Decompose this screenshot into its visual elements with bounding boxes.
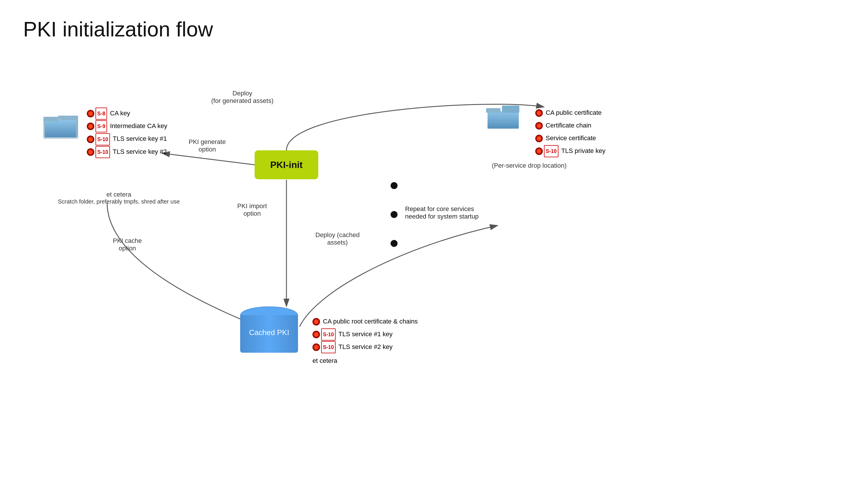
scratch-folder-icon	[43, 113, 78, 139]
cached-pki-label: Cached PKI	[240, 328, 298, 337]
svg-rect-10	[45, 120, 76, 137]
page-title: PKI initialization flow	[23, 18, 213, 41]
drop-folder-items: CA public certificate Certificate chain …	[535, 106, 606, 157]
repeat-label: Repeat for core services needed for syst…	[405, 205, 478, 220]
bullet-dot-3	[391, 240, 398, 247]
bullet-dot-1	[391, 182, 398, 189]
pki-cache-label: PKI cache option	[113, 237, 142, 252]
deploy-cached-label: Deploy (cached assets)	[315, 231, 360, 246]
drop-folder	[486, 104, 521, 131]
pki-init-box: PKI-init	[255, 150, 318, 179]
drop-folder-desc: (Per-service drop location)	[492, 162, 566, 169]
bullet-dot-2	[391, 211, 398, 218]
cached-pki-cylinder: Cached PKI	[240, 306, 298, 353]
scratch-folder	[43, 113, 78, 140]
scratch-folder-desc: et cetera Scratch folder, preferably tmp…	[58, 191, 180, 205]
scratch-folder-items: S-8 CA key S-9 Intermediate CA key S-10 …	[87, 107, 167, 158]
cached-pki-items: CA public root certificate & chains S-10…	[312, 315, 418, 367]
drop-folder-icon	[486, 104, 521, 130]
svg-rect-13	[488, 111, 519, 129]
pki-import-label: PKI import option	[237, 202, 267, 218]
svg-rect-14	[486, 108, 500, 113]
deploy-label: Deploy (for generated assets)	[211, 90, 273, 105]
svg-rect-15	[502, 105, 519, 113]
pki-init-label: PKI-init	[270, 160, 303, 170]
pki-generate-label: PKI generate option	[189, 138, 226, 153]
svg-rect-11	[43, 117, 58, 122]
svg-line-2	[162, 153, 255, 165]
